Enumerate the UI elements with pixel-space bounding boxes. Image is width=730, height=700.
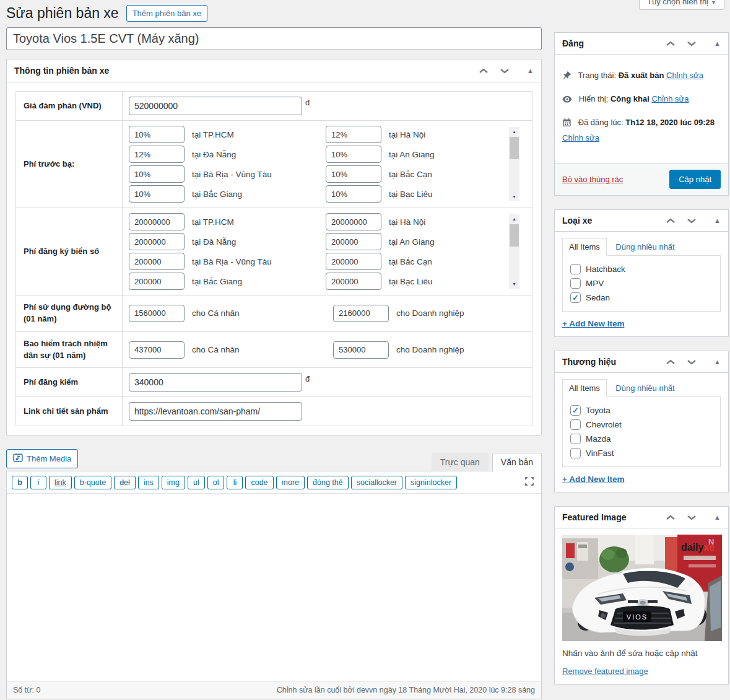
tab-all-items[interactable]: All Items bbox=[562, 238, 607, 256]
move-down-icon[interactable] bbox=[498, 68, 511, 74]
featured-image-box-header[interactable]: Featured Image ▲ bbox=[555, 507, 728, 528]
tab-all-items[interactable]: All Items bbox=[562, 379, 607, 397]
edit-visibility-link[interactable]: Chỉnh sửa bbox=[651, 94, 689, 103]
tab-text[interactable]: Văn bản bbox=[492, 453, 542, 471]
price-input[interactable] bbox=[129, 97, 302, 115]
quicktag-sociallocker[interactable]: sociallocker bbox=[351, 476, 402, 489]
scroll-up-icon[interactable]: ▲ bbox=[509, 214, 519, 224]
term-item[interactable]: Mazda bbox=[568, 432, 715, 446]
fee-value-input[interactable] bbox=[129, 253, 185, 270]
tab-most-used[interactable]: Dùng nhiều nhất bbox=[609, 380, 680, 396]
move-down-icon[interactable] bbox=[685, 217, 698, 224]
scrollbar[interactable]: ▲ ▼ bbox=[509, 127, 519, 201]
brand-box-header[interactable]: Thương hiệu ▲ bbox=[555, 351, 728, 373]
checkbox-icon[interactable] bbox=[570, 419, 581, 430]
quicktag-i[interactable]: i bbox=[30, 476, 46, 489]
featured-image-thumbnail[interactable]: VIOS dailyxe N bbox=[562, 535, 722, 641]
edit-status-link[interactable]: Chỉnh sửa bbox=[666, 71, 703, 80]
quicktag-signinlocker[interactable]: signinlocker bbox=[405, 476, 457, 489]
move-up-icon[interactable] bbox=[664, 514, 677, 521]
scrollbar[interactable]: ▲ ▼ bbox=[509, 214, 519, 289]
edit-published-link[interactable]: Chỉnh sửa bbox=[562, 133, 599, 142]
fee-value-input[interactable] bbox=[326, 213, 381, 230]
quicktag-del[interactable]: del bbox=[114, 476, 136, 489]
fee-value-input[interactable] bbox=[326, 126, 381, 143]
quicktag-b-quote[interactable]: b-quote bbox=[74, 476, 111, 489]
editor-textarea[interactable] bbox=[7, 494, 541, 681]
quicktag-b[interactable]: b bbox=[12, 476, 28, 489]
fee-value-input[interactable] bbox=[129, 233, 185, 250]
term-item[interactable]: ✓Toyota bbox=[568, 403, 715, 418]
move-to-trash-link[interactable]: Bỏ vào thùng rác bbox=[562, 175, 623, 184]
collapse-toggle-icon[interactable]: ▲ bbox=[714, 358, 721, 365]
fee-value-input[interactable] bbox=[326, 146, 381, 163]
insurance-business-input[interactable] bbox=[333, 341, 389, 359]
remove-featured-image-link[interactable]: Remove featured image bbox=[562, 667, 648, 676]
collapse-toggle-icon[interactable]: ▲ bbox=[714, 40, 721, 47]
fee-value-input[interactable] bbox=[129, 165, 185, 183]
quicktag-ol[interactable]: ol bbox=[207, 476, 225, 489]
car-type-box-header[interactable]: Loại xe ▲ bbox=[555, 210, 728, 232]
product-link-input[interactable] bbox=[129, 402, 302, 421]
move-up-icon[interactable] bbox=[477, 68, 490, 74]
term-item[interactable]: Chevrolet bbox=[568, 418, 715, 432]
post-title-input[interactable] bbox=[6, 27, 542, 50]
move-up-icon[interactable] bbox=[664, 359, 677, 365]
add-new-version-button[interactable]: Thêm phiên bản xe bbox=[126, 5, 207, 22]
checkbox-icon[interactable] bbox=[570, 278, 581, 289]
fee-value-input[interactable] bbox=[326, 273, 381, 290]
scroll-down-icon[interactable]: ▼ bbox=[509, 279, 519, 289]
road-fee-personal-input[interactable] bbox=[129, 305, 185, 322]
fee-value-input[interactable] bbox=[129, 273, 185, 290]
publish-box-header[interactable]: Đăng ▲ bbox=[555, 33, 728, 55]
fee-value-input[interactable] bbox=[129, 185, 185, 203]
term-item[interactable]: ✓Sedan bbox=[568, 291, 715, 305]
scrollbar-thumb[interactable] bbox=[510, 137, 519, 159]
fee-value-input[interactable] bbox=[129, 213, 185, 230]
metabox-header[interactable]: Thông tin phiên bản xe ▲ bbox=[7, 59, 541, 82]
checkbox-icon[interactable] bbox=[570, 434, 581, 444]
fullscreen-icon[interactable] bbox=[523, 475, 536, 490]
screen-options-button[interactable]: Tùy chọn hiển thị▼ bbox=[639, 0, 724, 10]
collapse-toggle-icon[interactable]: ▲ bbox=[527, 67, 534, 74]
fee-value-input[interactable] bbox=[326, 233, 381, 250]
checkbox-icon[interactable] bbox=[570, 264, 581, 274]
add-new-term-link[interactable]: + Add New Item bbox=[562, 319, 624, 328]
quicktag-more[interactable]: more bbox=[276, 476, 305, 489]
move-down-icon[interactable] bbox=[685, 40, 698, 47]
add-media-button[interactable]: Thêm Media bbox=[6, 449, 78, 468]
move-down-icon[interactable] bbox=[685, 359, 698, 365]
collapse-toggle-icon[interactable]: ▲ bbox=[714, 514, 721, 521]
move-up-icon[interactable] bbox=[664, 217, 677, 224]
fee-value-input[interactable] bbox=[129, 126, 185, 143]
add-new-term-link[interactable]: + Add New Item bbox=[562, 475, 624, 484]
fee-value-input[interactable] bbox=[326, 165, 381, 183]
move-down-icon[interactable] bbox=[685, 514, 698, 521]
tab-most-used[interactable]: Dùng nhiều nhất bbox=[609, 238, 680, 255]
insurance-personal-input[interactable] bbox=[129, 341, 185, 359]
scrollbar-thumb[interactable] bbox=[510, 224, 519, 247]
fee-value-input[interactable] bbox=[326, 253, 381, 270]
quicktag-link[interactable]: link bbox=[49, 476, 72, 489]
scroll-up-icon[interactable]: ▲ bbox=[509, 127, 519, 136]
term-item[interactable]: MPV bbox=[568, 276, 715, 291]
road-fee-business-input[interactable] bbox=[333, 305, 389, 322]
quicktag-ins[interactable]: ins bbox=[138, 476, 159, 489]
term-item[interactable]: VinFast bbox=[568, 446, 715, 460]
move-up-icon[interactable] bbox=[664, 40, 677, 47]
quicktag-img[interactable]: img bbox=[162, 476, 185, 489]
update-button[interactable]: Cập nhật bbox=[669, 170, 721, 189]
fee-value-input[interactable] bbox=[129, 146, 185, 163]
tab-visual[interactable]: Trực quan bbox=[432, 453, 489, 471]
collapse-toggle-icon[interactable]: ▲ bbox=[714, 217, 721, 224]
quicktag-đóng-thẻ[interactable]: đóng thẻ bbox=[307, 476, 349, 489]
quicktag-code[interactable]: code bbox=[245, 476, 273, 489]
checkbox-checked-icon[interactable]: ✓ bbox=[570, 405, 581, 416]
checkbox-checked-icon[interactable]: ✓ bbox=[570, 292, 581, 303]
checkbox-icon[interactable] bbox=[570, 448, 581, 458]
quicktag-li[interactable]: li bbox=[227, 476, 243, 489]
quicktag-ul[interactable]: ul bbox=[188, 476, 205, 489]
term-item[interactable]: Hatchback bbox=[568, 262, 715, 276]
inspection-fee-input[interactable] bbox=[129, 373, 302, 392]
fee-value-input[interactable] bbox=[326, 185, 381, 203]
